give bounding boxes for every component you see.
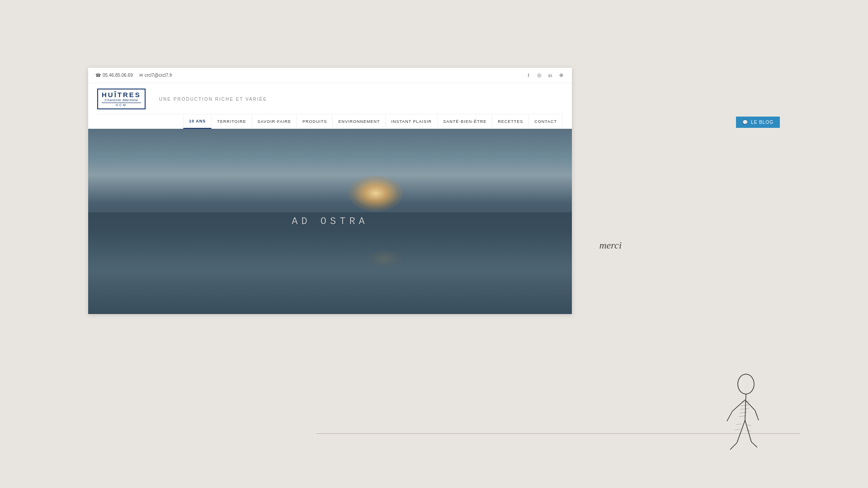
sun-glow — [349, 175, 403, 211]
email-icon: ✉ — [139, 73, 143, 78]
logo-area[interactable]: HUÎTRES Charente Maritime HCM — [97, 89, 146, 109]
svg-line-17 — [747, 425, 751, 426]
misc-icon[interactable]: ⊕ — [557, 72, 565, 79]
svg-line-15 — [736, 424, 741, 425]
logo-box: HUÎTRES Charente Maritime HCM — [97, 89, 146, 109]
nav-item-territoire[interactable]: TERRITOIRE — [212, 115, 252, 128]
phone-icon: ☎ — [95, 73, 101, 78]
header-top: HUÎTRES Charente Maritime HCM UNE PRODUC… — [97, 89, 563, 114]
phone-number: 05.46.85.06.69 — [103, 73, 133, 78]
phone-item: ☎ 05.46.85.06.69 — [95, 73, 133, 78]
linkedin-icon[interactable]: in — [547, 72, 554, 79]
merci-text: merci — [599, 239, 622, 251]
nav-item-produits[interactable]: PRODUITS — [297, 115, 333, 128]
blog-button[interactable]: 💬 LE BLOG — [736, 117, 780, 128]
svg-point-0 — [738, 374, 754, 394]
nav-item-sante[interactable]: SANTÉ-BIEN-ÊTRE — [438, 115, 492, 128]
top-bar: ☎ 05.46.85.06.69 ✉ crcl7@crcl7.fr f ◎ in… — [88, 68, 572, 83]
nav-item-instant-plaisir[interactable]: INSTANT PLAISIR — [386, 115, 438, 128]
water-area — [88, 212, 572, 314]
svg-line-11 — [741, 405, 749, 406]
logo-subtitle: Charente Maritime — [102, 98, 141, 102]
logo-hcm: HCM — [102, 103, 141, 107]
svg-line-6 — [737, 420, 745, 443]
site-nav: 10 ANS TERRITOIRE SAVOIR-FAIRE PRODUITS … — [97, 114, 563, 129]
blog-icon: 💬 — [742, 120, 748, 125]
svg-line-1 — [745, 394, 746, 420]
svg-line-16 — [735, 429, 741, 430]
svg-line-9 — [751, 442, 757, 447]
walking-figure — [719, 371, 773, 470]
svg-line-4 — [727, 411, 732, 421]
nav-item-10ans[interactable]: 10 ANS — [183, 114, 212, 129]
svg-line-12 — [740, 408, 749, 409]
site-header: HUÎTRES Charente Maritime HCM UNE PRODUC… — [88, 83, 572, 129]
svg-line-13 — [740, 412, 747, 413]
hero-text: AD OSTRA — [292, 216, 368, 227]
svg-line-8 — [730, 443, 737, 450]
nav-item-contact[interactable]: CONTACT — [529, 115, 563, 128]
logo-main-text: HUÎTRES — [102, 91, 141, 98]
nav-item-environnement[interactable]: ENVIRONNEMENT — [333, 115, 386, 128]
hero-area: AD OSTRA — [88, 129, 572, 314]
contact-info: ☎ 05.46.85.06.69 ✉ crcl7@crcl7.fr — [95, 73, 172, 78]
browser-window: ☎ 05.46.85.06.69 ✉ crcl7@crcl7.fr f ◎ in… — [88, 68, 572, 314]
svg-line-5 — [755, 410, 759, 420]
email-item: ✉ crcl7@crcl7.fr — [139, 73, 172, 78]
nav-item-savoir-faire[interactable]: SAVOIR-FAIRE — [252, 115, 297, 128]
social-icons: f ◎ in ⊕ — [525, 72, 565, 79]
instagram-icon[interactable]: ◎ — [536, 72, 543, 79]
blog-label: LE BLOG — [751, 120, 774, 125]
email-address: crcl7@crcl7.fr — [145, 73, 172, 78]
nav-item-recettes[interactable]: RECETTES — [492, 115, 529, 128]
facebook-icon[interactable]: f — [525, 72, 532, 79]
tagline: UNE PRODUCTION RICHE ET VARIÉE — [159, 97, 267, 102]
